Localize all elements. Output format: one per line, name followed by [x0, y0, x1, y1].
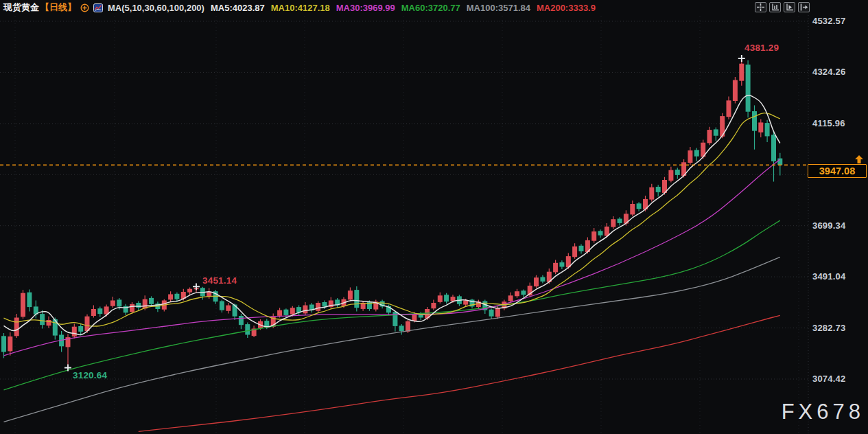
- ma-legend: MA5:4023.87MA10:4127.18MA30:3969.99MA60:…: [204, 3, 596, 13]
- circle-plus-icon[interactable]: [80, 3, 89, 12]
- ma-value-label: MA10:4127.18: [271, 3, 330, 13]
- mini-chart-icon[interactable]: [93, 3, 103, 12]
- exit-chart-icon: [799, 3, 808, 12]
- ma-value-label: MA100:3571.84: [467, 3, 530, 13]
- exit-chart-button[interactable]: [798, 2, 810, 12]
- ma-value-label: MA60:3720.77: [401, 3, 460, 13]
- ma-value-label: MA200:3333.9: [537, 3, 596, 13]
- axis-forward-button[interactable]: [784, 2, 795, 12]
- axis-forward-icon: [785, 3, 794, 12]
- period-tag[interactable]: 【日线】: [40, 1, 76, 14]
- ma-value-label: MA5:4023.87: [211, 3, 265, 13]
- move-crosshair-icon: [756, 3, 765, 12]
- axis-scale-button[interactable]: [769, 2, 781, 12]
- symbol-title: 现货黄金: [3, 1, 39, 14]
- chart-header: 现货黄金 【日线】 MA(5,10,30,60,100,200) MA5:402…: [0, 0, 868, 15]
- ma-value-label: MA30:3969.99: [336, 3, 395, 13]
- indicator-formula: MA(5,10,30,60,100,200): [108, 3, 204, 13]
- chart-canvas[interactable]: [0, 0, 868, 434]
- trading-chart-window: 现货黄金 【日线】 MA(5,10,30,60,100,200) MA5:402…: [0, 0, 868, 434]
- move-crosshair-button[interactable]: [755, 2, 766, 12]
- axis-scale-icon: [771, 3, 779, 12]
- chart-toolbar: [755, 2, 810, 12]
